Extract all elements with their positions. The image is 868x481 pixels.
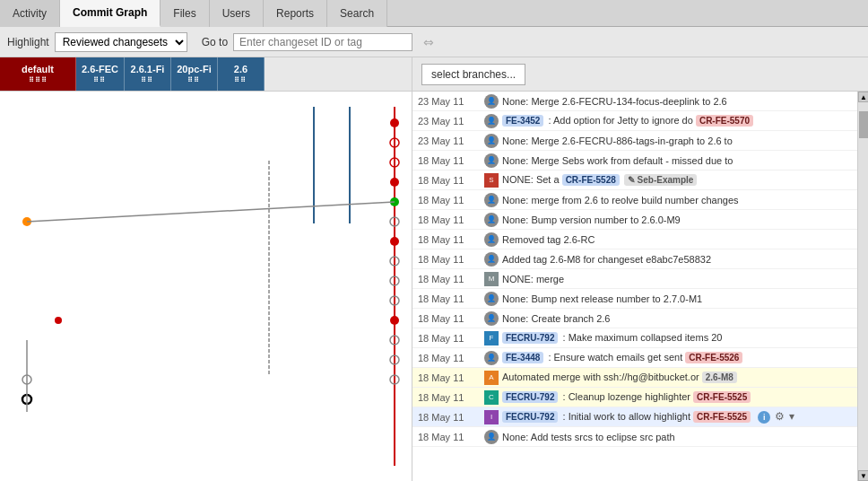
tag-badge[interactable]: CR-FE-5528 [562, 174, 620, 186]
avatar: A [484, 371, 499, 385]
log-row[interactable]: 18 May 11 👤 FE-3448 : Ensure watch email… [412, 348, 857, 368]
avatar: 👤 [484, 311, 499, 326]
tag-badge[interactable]: FE-3452 [502, 115, 543, 127]
tab-activity[interactable]: Activity [0, 0, 60, 27]
tag-badge[interactable]: FECRU-792 [502, 332, 558, 344]
log-row[interactable]: 18 May 11 👤 Added tag 2.6-M8 for changes… [412, 249, 857, 269]
tabs-bar: Activity Commit Graph Files Users Report… [0, 0, 868, 27]
avatar: 👤 [484, 153, 499, 168]
goto-label: Go to [202, 36, 228, 48]
log-row[interactable]: 18 May 11 S NONE: Set a CR-FE-5528 ✎ Seb… [412, 171, 857, 190]
log-row[interactable]: 18 May 11 I FECRU-792 : Initial work to … [412, 407, 857, 427]
branch-261fi[interactable]: 2.6.1-Fi ⠿⠿ [125, 57, 171, 91]
scroll-down-button[interactable]: ▼ [858, 470, 868, 481]
branch-header-right: select branches... [412, 57, 534, 91]
toolbar: Highlight Reviewed changesets All change… [0, 27, 868, 57]
avatar: 👤 [484, 134, 499, 148]
tab-commit-graph[interactable]: Commit Graph [60, 0, 161, 27]
svg-point-10 [390, 237, 399, 246]
graph-svg [0, 92, 412, 481]
branch-header-row: default ⠿⠿⠿ 2.6-FEC ⠿⠿ 2.6.1-Fi ⠿⠿ 20pc-… [0, 57, 868, 92]
tab-search[interactable]: Search [327, 0, 387, 27]
log-row[interactable]: 23 May 11 👤 FE-3452 : Add option for Jet… [412, 111, 857, 131]
actions-icon[interactable]: ▾ [789, 410, 794, 423]
tag-badge[interactable]: FECRU-792 [502, 391, 558, 403]
log-row[interactable]: 18 May 11 👤 None: Create branch 2.6 [412, 309, 857, 328]
scroll-thumb[interactable] [859, 111, 868, 138]
avatar: F [484, 331, 499, 345]
log-row[interactable]: 18 May 11 👤 None: Bump version number to… [412, 210, 857, 230]
log-area[interactable]: 23 May 11 👤 None: Merge 2.6-FECRU-134-fo… [412, 92, 857, 481]
tag-badge[interactable]: CR-FE-5570 [696, 115, 753, 127]
main-content: 23 May 11 👤 None: Merge 2.6-FECRU-134-fo… [0, 92, 868, 481]
highlight-label: Highlight [7, 36, 49, 48]
avatar: 👤 [484, 351, 499, 365]
select-branches-button[interactable]: select branches... [421, 64, 525, 85]
tag-badge[interactable]: FE-3448 [502, 352, 543, 363]
avatar: 👤 [484, 213, 499, 227]
branch-graph-area: default ⠿⠿⠿ 2.6-FEC ⠿⠿ 2.6.1-Fi ⠿⠿ 20pc-… [0, 57, 412, 91]
graph-area [0, 92, 412, 481]
svg-point-4 [390, 118, 399, 127]
svg-point-14 [390, 316, 399, 325]
log-row[interactable]: 18 May 11 👤 None: Merge Sebs work from d… [412, 151, 857, 171]
svg-point-22 [55, 317, 62, 324]
log-row[interactable]: 18 May 11 👤 Removed tag 2.6-RC [412, 230, 857, 249]
avatar: 👤 [484, 292, 499, 306]
avatar: C [484, 390, 499, 405]
scrollbar[interactable]: ▲ ▼ [857, 92, 868, 481]
avatar: 👤 [484, 232, 499, 247]
tab-users[interactable]: Users [210, 0, 264, 27]
log-row[interactable]: 18 May 11 C FECRU-792 : Cleanup lozenge … [412, 388, 857, 407]
scroll-track [858, 102, 868, 470]
tag-badge[interactable]: CR-FE-5525 [693, 391, 751, 403]
link-icon: ⇔ [423, 35, 434, 49]
log-row[interactable]: 23 May 11 👤 None: Merge 2.6-FECRU-886-ta… [412, 131, 857, 151]
log-row[interactable]: 18 May 11 👤 None: Bump next release numb… [412, 289, 857, 309]
avatar: 👤 [484, 193, 499, 207]
gear-icon[interactable]: ⚙ [775, 410, 785, 423]
log-row[interactable]: 18 May 11 A Automated merge with ssh://h… [412, 368, 857, 388]
svg-point-7 [390, 178, 399, 187]
branch-default[interactable]: default ⠿⠿⠿ [0, 57, 76, 91]
tag-badge[interactable]: CR-FE-5526 [685, 352, 742, 363]
avatar: M [484, 272, 499, 286]
log-row[interactable]: 18 May 11 F FECRU-792 : Make maximum col… [412, 328, 857, 348]
tab-reports[interactable]: Reports [264, 0, 327, 27]
goto-input[interactable] [233, 33, 412, 51]
log-row[interactable]: 23 May 11 👤 None: Merge 2.6-FECRU-134-fo… [412, 92, 857, 111]
log-row[interactable]: 18 May 11 M NONE: merge [412, 269, 857, 289]
tag-badge[interactable]: 2.6-M8 [702, 372, 737, 383]
avatar: 👤 [484, 94, 499, 109]
tab-files[interactable]: Files [161, 0, 209, 27]
avatar: S [484, 173, 499, 188]
scroll-up-button[interactable]: ▲ [858, 92, 868, 102]
svg-line-21 [27, 202, 395, 222]
log-row[interactable]: 18 May 11 👤 None: Add tests srcs to ecli… [412, 427, 857, 447]
avatar: 👤 [484, 114, 499, 128]
avatar: 👤 [484, 430, 499, 444]
tag-badge[interactable]: FECRU-792 [502, 411, 558, 423]
avatar: 👤 [484, 252, 499, 267]
avatar: I [484, 410, 499, 424]
log-row[interactable]: 18 May 11 👤 None: merge from 2.6 to reol… [412, 190, 857, 210]
tag-badge[interactable]: CR-FE-5525 [693, 411, 751, 423]
branch-26fec[interactable]: 2.6-FEC ⠿⠿ [76, 57, 125, 91]
tag-badge[interactable]: ✎ Seb-Example [624, 174, 698, 186]
branch-26[interactable]: 2.6 ⠿⠿ [218, 57, 265, 91]
branch-20pc[interactable]: 20pc-Fi ⠿⠿ [171, 57, 218, 91]
info-icon[interactable]: i [758, 411, 770, 424]
highlight-select[interactable]: Reviewed changesets All changesets [55, 32, 187, 52]
